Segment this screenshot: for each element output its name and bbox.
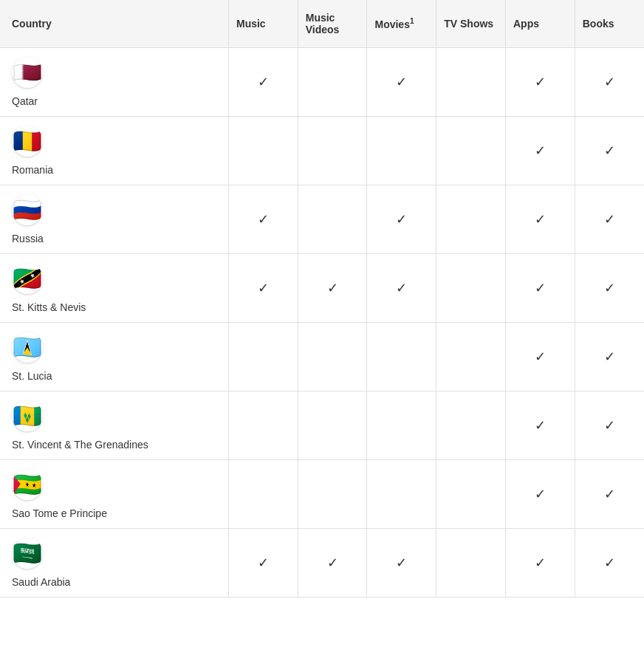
cell-5-music (228, 391, 298, 460)
cell-6-books: ✓ (575, 460, 644, 529)
cell-2-tv_shows (436, 185, 506, 254)
country-cell-4: 🇱🇨St. Lucia (0, 323, 228, 391)
header-tv_shows: TV Shows (436, 0, 506, 48)
checkmark-icon: ✓ (327, 555, 338, 570)
checkmark-icon: ✓ (396, 75, 407, 89)
header-apps: Apps (505, 0, 575, 48)
checkmark-icon: ✓ (535, 555, 546, 570)
country-cell-7: 🇸🇦Saudi Arabia (0, 529, 228, 598)
cell-5-books: ✓ (575, 391, 644, 460)
cell-2-music: ✓ (228, 185, 298, 254)
header-country: Country (0, 0, 228, 48)
checkmark-icon: ✓ (604, 555, 615, 570)
country-name-1: Romania (12, 164, 53, 176)
cell-0-tv_shows (436, 48, 506, 117)
cell-2-music_videos (298, 185, 367, 254)
cell-7-music: ✓ (228, 529, 298, 598)
country-cell-3: 🇰🇳St. Kitts & Nevis (0, 254, 228, 323)
flag-4: 🇱🇨 (12, 332, 43, 363)
table-row: 🇰🇳St. Kitts & Nevis✓✓✓✓✓ (0, 254, 644, 323)
cell-7-music_videos: ✓ (298, 529, 367, 598)
cell-3-tv_shows (436, 254, 506, 323)
header-music: Music (228, 0, 298, 48)
cell-5-movies (367, 391, 436, 460)
checkmark-icon: ✓ (258, 75, 269, 89)
checkmark-icon: ✓ (258, 212, 269, 227)
checkmark-icon: ✓ (396, 281, 407, 295)
country-cell-6: 🇸🇹Sao Tome e Principe (0, 460, 228, 529)
cell-7-books: ✓ (575, 529, 644, 598)
cell-4-movies (367, 323, 436, 391)
country-cell-1: 🇷🇴Romania (0, 117, 228, 185)
country-name-2: Russia (12, 233, 44, 244)
table-row: 🇸🇹Sao Tome e Principe✓✓ (0, 460, 644, 529)
cell-0-books: ✓ (575, 48, 644, 117)
checkmark-icon: ✓ (535, 212, 546, 227)
cell-3-music_videos: ✓ (298, 254, 367, 323)
checkmark-icon: ✓ (604, 418, 615, 433)
cell-0-movies: ✓ (367, 48, 436, 117)
cell-1-music (228, 117, 298, 185)
cell-0-music: ✓ (228, 48, 298, 117)
cell-3-music: ✓ (228, 254, 298, 323)
checkmark-icon: ✓ (258, 281, 269, 295)
cell-2-movies: ✓ (367, 185, 436, 254)
header-music_videos: Music Videos (298, 0, 367, 48)
cell-0-music_videos (298, 48, 367, 117)
country-name-6: Sao Tome e Principe (12, 507, 107, 519)
cell-7-apps: ✓ (505, 529, 575, 598)
country-cell-2: 🇷🇺Russia (0, 185, 228, 254)
checkmark-icon: ✓ (535, 349, 546, 364)
cell-7-tv_shows (436, 529, 506, 598)
cell-5-tv_shows (436, 391, 506, 460)
country-availability-table: CountryMusicMusic VideosMovies1TV ShowsA… (0, 0, 644, 598)
cell-4-tv_shows (436, 323, 506, 391)
cell-5-apps: ✓ (505, 391, 575, 460)
checkmark-icon: ✓ (604, 143, 615, 158)
table-body: 🇶🇦Qatar✓✓✓✓🇷🇴Romania✓✓🇷🇺Russia✓✓✓✓🇰🇳St. … (0, 48, 644, 598)
table-row: 🇸🇦Saudi Arabia✓✓✓✓✓ (0, 529, 644, 598)
flag-0: 🇶🇦 (12, 57, 43, 88)
checkmark-icon: ✓ (258, 555, 269, 570)
cell-0-apps: ✓ (505, 48, 575, 117)
checkmark-icon: ✓ (535, 75, 546, 89)
flag-5: 🇻🇨 (12, 400, 43, 431)
checkmark-icon: ✓ (604, 281, 615, 295)
cell-4-books: ✓ (575, 323, 644, 391)
country-name-7: Saudi Arabia (12, 576, 70, 588)
checkmark-icon: ✓ (535, 143, 546, 158)
flag-6: 🇸🇹 (12, 469, 43, 500)
cell-2-books: ✓ (575, 185, 644, 254)
table-header: CountryMusicMusic VideosMovies1TV ShowsA… (0, 0, 644, 48)
cell-6-tv_shows (436, 460, 506, 529)
checkmark-icon: ✓ (604, 75, 615, 89)
country-name-5: St. Vincent & The Grenadines (12, 439, 148, 451)
cell-2-apps: ✓ (505, 185, 575, 254)
country-name-0: Qatar (12, 95, 38, 107)
country-cell-0: 🇶🇦Qatar (0, 48, 228, 117)
cell-5-music_videos (298, 391, 367, 460)
checkmark-icon: ✓ (535, 281, 546, 295)
table-row: 🇻🇨St. Vincent & The Grenadines✓✓ (0, 391, 644, 460)
country-name-4: St. Lucia (12, 370, 52, 382)
cell-1-books: ✓ (575, 117, 644, 185)
header-movies: Movies1 (367, 0, 436, 48)
cell-1-movies (367, 117, 436, 185)
cell-6-music (228, 460, 298, 529)
flag-7: 🇸🇦 (12, 538, 43, 569)
cell-6-apps: ✓ (505, 460, 575, 529)
flag-3: 🇰🇳 (12, 263, 43, 294)
cell-4-music_videos (298, 323, 367, 391)
flag-1: 🇷🇴 (12, 126, 43, 157)
checkmark-icon: ✓ (604, 212, 615, 227)
cell-6-music_videos (298, 460, 367, 529)
cell-3-movies: ✓ (367, 254, 436, 323)
cell-1-apps: ✓ (505, 117, 575, 185)
cell-1-tv_shows (436, 117, 506, 185)
checkmark-icon: ✓ (535, 418, 546, 433)
country-name-3: St. Kitts & Nevis (12, 301, 86, 313)
cell-3-apps: ✓ (505, 254, 575, 323)
cell-3-books: ✓ (575, 254, 644, 323)
checkmark-icon: ✓ (327, 281, 338, 295)
checkmark-icon: ✓ (604, 487, 615, 502)
